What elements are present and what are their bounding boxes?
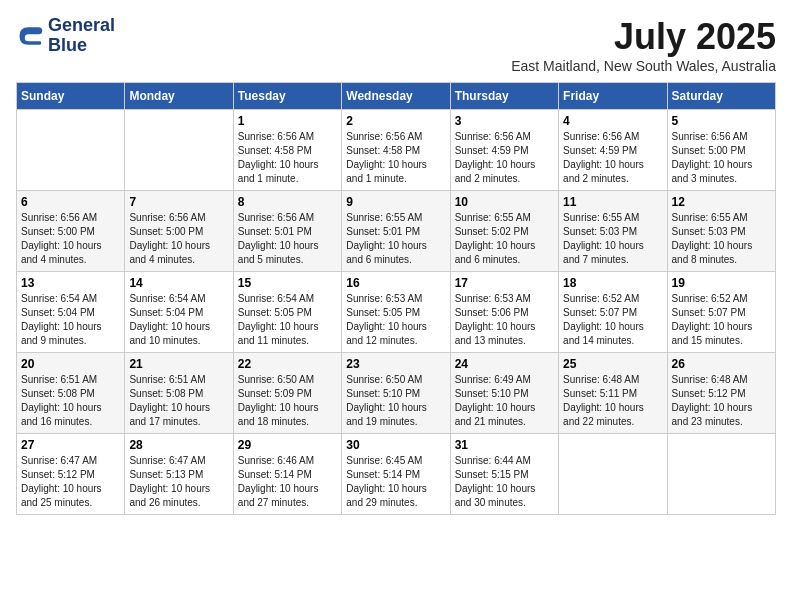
calendar-cell: 21Sunrise: 6:51 AM Sunset: 5:08 PM Dayli… — [125, 353, 233, 434]
day-header-monday: Monday — [125, 83, 233, 110]
day-info: Sunrise: 6:49 AM Sunset: 5:10 PM Dayligh… — [455, 373, 554, 429]
week-row-5: 27Sunrise: 6:47 AM Sunset: 5:12 PM Dayli… — [17, 434, 776, 515]
day-info: Sunrise: 6:51 AM Sunset: 5:08 PM Dayligh… — [21, 373, 120, 429]
day-number: 4 — [563, 114, 662, 128]
day-info: Sunrise: 6:50 AM Sunset: 5:09 PM Dayligh… — [238, 373, 337, 429]
day-header-thursday: Thursday — [450, 83, 558, 110]
day-info: Sunrise: 6:44 AM Sunset: 5:15 PM Dayligh… — [455, 454, 554, 510]
day-header-sunday: Sunday — [17, 83, 125, 110]
day-number: 27 — [21, 438, 120, 452]
day-info: Sunrise: 6:56 AM Sunset: 4:58 PM Dayligh… — [346, 130, 445, 186]
day-info: Sunrise: 6:47 AM Sunset: 5:13 PM Dayligh… — [129, 454, 228, 510]
day-header-saturday: Saturday — [667, 83, 775, 110]
location-title: East Maitland, New South Wales, Australi… — [511, 58, 776, 74]
day-header-friday: Friday — [559, 83, 667, 110]
calendar-cell: 16Sunrise: 6:53 AM Sunset: 5:05 PM Dayli… — [342, 272, 450, 353]
calendar-cell: 29Sunrise: 6:46 AM Sunset: 5:14 PM Dayli… — [233, 434, 341, 515]
day-info: Sunrise: 6:50 AM Sunset: 5:10 PM Dayligh… — [346, 373, 445, 429]
page-header: General Blue July 2025 East Maitland, Ne… — [16, 16, 776, 74]
title-block: July 2025 East Maitland, New South Wales… — [511, 16, 776, 74]
day-number: 28 — [129, 438, 228, 452]
day-info: Sunrise: 6:56 AM Sunset: 5:00 PM Dayligh… — [129, 211, 228, 267]
calendar-cell: 23Sunrise: 6:50 AM Sunset: 5:10 PM Dayli… — [342, 353, 450, 434]
week-row-4: 20Sunrise: 6:51 AM Sunset: 5:08 PM Dayli… — [17, 353, 776, 434]
calendar-cell: 27Sunrise: 6:47 AM Sunset: 5:12 PM Dayli… — [17, 434, 125, 515]
day-info: Sunrise: 6:56 AM Sunset: 4:59 PM Dayligh… — [455, 130, 554, 186]
calendar-cell: 4Sunrise: 6:56 AM Sunset: 4:59 PM Daylig… — [559, 110, 667, 191]
day-number: 3 — [455, 114, 554, 128]
calendar-cell — [559, 434, 667, 515]
day-number: 30 — [346, 438, 445, 452]
calendar-cell: 30Sunrise: 6:45 AM Sunset: 5:14 PM Dayli… — [342, 434, 450, 515]
day-info: Sunrise: 6:56 AM Sunset: 4:58 PM Dayligh… — [238, 130, 337, 186]
calendar-cell: 6Sunrise: 6:56 AM Sunset: 5:00 PM Daylig… — [17, 191, 125, 272]
calendar-cell: 13Sunrise: 6:54 AM Sunset: 5:04 PM Dayli… — [17, 272, 125, 353]
calendar-cell: 24Sunrise: 6:49 AM Sunset: 5:10 PM Dayli… — [450, 353, 558, 434]
day-number: 16 — [346, 276, 445, 290]
calendar-header-row: SundayMondayTuesdayWednesdayThursdayFrid… — [17, 83, 776, 110]
week-row-1: 1Sunrise: 6:56 AM Sunset: 4:58 PM Daylig… — [17, 110, 776, 191]
day-number: 12 — [672, 195, 771, 209]
day-number: 17 — [455, 276, 554, 290]
calendar-cell: 5Sunrise: 6:56 AM Sunset: 5:00 PM Daylig… — [667, 110, 775, 191]
day-number: 9 — [346, 195, 445, 209]
calendar-cell: 17Sunrise: 6:53 AM Sunset: 5:06 PM Dayli… — [450, 272, 558, 353]
calendar-cell: 11Sunrise: 6:55 AM Sunset: 5:03 PM Dayli… — [559, 191, 667, 272]
calendar-cell: 1Sunrise: 6:56 AM Sunset: 4:58 PM Daylig… — [233, 110, 341, 191]
day-info: Sunrise: 6:56 AM Sunset: 4:59 PM Dayligh… — [563, 130, 662, 186]
day-number: 23 — [346, 357, 445, 371]
day-number: 24 — [455, 357, 554, 371]
day-info: Sunrise: 6:55 AM Sunset: 5:03 PM Dayligh… — [563, 211, 662, 267]
logo-line1: General — [48, 16, 115, 36]
day-number: 8 — [238, 195, 337, 209]
day-info: Sunrise: 6:54 AM Sunset: 5:04 PM Dayligh… — [129, 292, 228, 348]
calendar-cell: 2Sunrise: 6:56 AM Sunset: 4:58 PM Daylig… — [342, 110, 450, 191]
day-info: Sunrise: 6:54 AM Sunset: 5:04 PM Dayligh… — [21, 292, 120, 348]
day-info: Sunrise: 6:56 AM Sunset: 5:00 PM Dayligh… — [21, 211, 120, 267]
day-number: 18 — [563, 276, 662, 290]
day-number: 19 — [672, 276, 771, 290]
logo-line2: Blue — [48, 36, 115, 56]
logo-icon — [16, 22, 44, 50]
logo: General Blue — [16, 16, 115, 56]
day-info: Sunrise: 6:47 AM Sunset: 5:12 PM Dayligh… — [21, 454, 120, 510]
calendar-cell: 3Sunrise: 6:56 AM Sunset: 4:59 PM Daylig… — [450, 110, 558, 191]
day-info: Sunrise: 6:55 AM Sunset: 5:03 PM Dayligh… — [672, 211, 771, 267]
day-header-wednesday: Wednesday — [342, 83, 450, 110]
calendar-cell: 19Sunrise: 6:52 AM Sunset: 5:07 PM Dayli… — [667, 272, 775, 353]
day-info: Sunrise: 6:56 AM Sunset: 5:00 PM Dayligh… — [672, 130, 771, 186]
day-number: 22 — [238, 357, 337, 371]
day-number: 29 — [238, 438, 337, 452]
day-info: Sunrise: 6:53 AM Sunset: 5:05 PM Dayligh… — [346, 292, 445, 348]
day-number: 1 — [238, 114, 337, 128]
calendar-cell: 14Sunrise: 6:54 AM Sunset: 5:04 PM Dayli… — [125, 272, 233, 353]
calendar-cell: 8Sunrise: 6:56 AM Sunset: 5:01 PM Daylig… — [233, 191, 341, 272]
calendar-cell: 7Sunrise: 6:56 AM Sunset: 5:00 PM Daylig… — [125, 191, 233, 272]
calendar-cell: 26Sunrise: 6:48 AM Sunset: 5:12 PM Dayli… — [667, 353, 775, 434]
day-number: 5 — [672, 114, 771, 128]
day-info: Sunrise: 6:55 AM Sunset: 5:02 PM Dayligh… — [455, 211, 554, 267]
calendar-cell: 28Sunrise: 6:47 AM Sunset: 5:13 PM Dayli… — [125, 434, 233, 515]
calendar: SundayMondayTuesdayWednesdayThursdayFrid… — [16, 82, 776, 515]
calendar-cell: 18Sunrise: 6:52 AM Sunset: 5:07 PM Dayli… — [559, 272, 667, 353]
calendar-cell — [17, 110, 125, 191]
calendar-cell — [667, 434, 775, 515]
calendar-cell: 20Sunrise: 6:51 AM Sunset: 5:08 PM Dayli… — [17, 353, 125, 434]
calendar-cell: 10Sunrise: 6:55 AM Sunset: 5:02 PM Dayli… — [450, 191, 558, 272]
day-info: Sunrise: 6:53 AM Sunset: 5:06 PM Dayligh… — [455, 292, 554, 348]
calendar-cell — [125, 110, 233, 191]
day-number: 26 — [672, 357, 771, 371]
day-info: Sunrise: 6:56 AM Sunset: 5:01 PM Dayligh… — [238, 211, 337, 267]
day-info: Sunrise: 6:45 AM Sunset: 5:14 PM Dayligh… — [346, 454, 445, 510]
day-number: 7 — [129, 195, 228, 209]
calendar-cell: 22Sunrise: 6:50 AM Sunset: 5:09 PM Dayli… — [233, 353, 341, 434]
day-number: 15 — [238, 276, 337, 290]
day-info: Sunrise: 6:51 AM Sunset: 5:08 PM Dayligh… — [129, 373, 228, 429]
day-number: 2 — [346, 114, 445, 128]
day-number: 11 — [563, 195, 662, 209]
day-info: Sunrise: 6:54 AM Sunset: 5:05 PM Dayligh… — [238, 292, 337, 348]
day-number: 14 — [129, 276, 228, 290]
month-title: July 2025 — [511, 16, 776, 58]
calendar-cell: 9Sunrise: 6:55 AM Sunset: 5:01 PM Daylig… — [342, 191, 450, 272]
calendar-cell: 31Sunrise: 6:44 AM Sunset: 5:15 PM Dayli… — [450, 434, 558, 515]
